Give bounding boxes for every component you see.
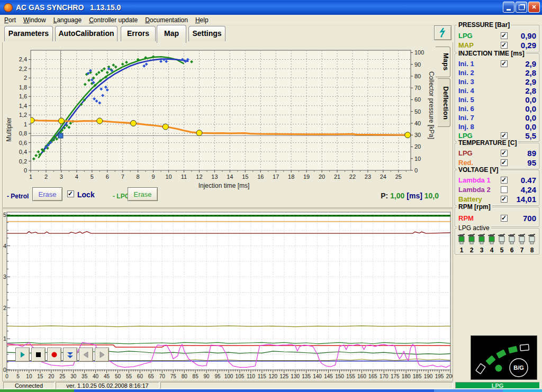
side-tab-maps[interactable]: Maps xyxy=(436,47,450,77)
p-time-value: 1,00 xyxy=(390,192,404,200)
menu-item-controller-update[interactable]: Controller update xyxy=(86,16,141,24)
firmware-version: ver. 1.10.25 05.02.2008 8:16:17 xyxy=(56,382,159,389)
record-button[interactable] xyxy=(47,348,61,362)
svg-text:165: 165 xyxy=(368,373,377,379)
svg-text:24: 24 xyxy=(380,174,386,180)
row-checkbox[interactable] xyxy=(501,150,508,157)
tab-map[interactable]: Map xyxy=(157,25,186,43)
svg-text:180: 180 xyxy=(402,373,411,379)
gas-level-logo-icon: B/G xyxy=(471,336,537,379)
voltage-group-title: VOLTAGE [V] xyxy=(457,166,500,174)
row-label: Lambda 1 xyxy=(458,176,491,184)
svg-text:140: 140 xyxy=(313,373,322,379)
svg-text:155: 155 xyxy=(346,373,355,379)
svg-text:170: 170 xyxy=(380,373,389,379)
voltage-group: VOLTAGE [V] Lambda 10.47Lambda 24,24Batt… xyxy=(455,170,539,206)
svg-text:5: 5 xyxy=(91,174,94,180)
calibration-map-chart[interactable]: 1234567891011121314151617181920212223242… xyxy=(3,42,453,207)
tab-parameters[interactable]: Parameters xyxy=(4,26,53,41)
svg-text:120: 120 xyxy=(268,373,277,379)
tab-settings[interactable]: Settings xyxy=(188,26,225,41)
svg-text:1: 1 xyxy=(3,335,6,342)
svg-text:19: 19 xyxy=(303,174,310,180)
row-checkbox[interactable] xyxy=(501,42,508,49)
lpg-erase-button[interactable]: Erase xyxy=(128,187,158,201)
marker-icon xyxy=(66,350,75,359)
svg-text:21: 21 xyxy=(334,174,340,180)
row-value: 2,8 xyxy=(525,86,536,95)
close-button[interactable]: ✕ xyxy=(528,2,540,13)
row-value: 0,0 xyxy=(525,104,536,113)
row-checkbox[interactable] xyxy=(501,32,508,39)
minimize-icon xyxy=(507,9,511,11)
svg-text:10: 10 xyxy=(26,373,32,379)
step-forward-button[interactable] xyxy=(95,348,109,362)
injection-group-title: INJECTION TIME [ms] xyxy=(457,50,526,57)
injector-icon xyxy=(477,234,486,245)
row-checkbox[interactable] xyxy=(501,132,508,139)
row-checkbox[interactable] xyxy=(501,215,508,222)
row-label: Inj. 8 xyxy=(458,123,474,131)
stop-button[interactable] xyxy=(31,348,46,362)
window-title: AC GAS SYNCHRO 1.13.15.0 xyxy=(16,3,121,12)
step-forward-icon xyxy=(97,350,106,359)
row-label: LPG xyxy=(458,149,473,157)
svg-text:2: 2 xyxy=(44,174,48,180)
row-value: 0.47 xyxy=(521,176,536,185)
status-bar: Connected ver. 1.10.25 05.02.2008 8:16:1… xyxy=(0,382,542,389)
injector-number: 3 xyxy=(477,247,486,254)
value-row-ini-5: Ini. 50,0 xyxy=(455,96,539,105)
restore-button[interactable] xyxy=(516,2,527,13)
svg-text:100: 100 xyxy=(224,373,233,379)
row-checkbox[interactable] xyxy=(501,196,508,203)
svg-text:55: 55 xyxy=(126,373,132,379)
injector-icon xyxy=(508,234,516,245)
tab-autocalibration[interactable]: AutoCalibration xyxy=(55,26,118,41)
svg-text:50: 50 xyxy=(115,373,121,379)
step-back-button[interactable] xyxy=(79,348,93,362)
connection-bolt-button[interactable] xyxy=(434,25,451,40)
svg-text:20: 20 xyxy=(414,143,421,150)
injector-number: 8 xyxy=(528,247,536,254)
temperature-group-title: TEMPERATURE [C] xyxy=(457,139,518,147)
svg-text:45: 45 xyxy=(104,373,110,379)
oscilloscope-panel: 0510152025303540455055606570758085909510… xyxy=(2,208,453,381)
row-value: 4,24 xyxy=(521,185,536,194)
svg-text:40: 40 xyxy=(414,120,421,126)
bg-logo-text: B/G xyxy=(513,364,524,371)
svg-text:4: 4 xyxy=(75,174,78,180)
petrol-erase-button[interactable]: Erase xyxy=(32,187,62,201)
side-tab-deflection[interactable]: Deflection xyxy=(438,78,450,127)
svg-text:60: 60 xyxy=(414,96,421,103)
play-button[interactable] xyxy=(15,348,30,362)
menu-item-language[interactable]: Language xyxy=(50,16,85,24)
menu-item-port[interactable]: Port xyxy=(1,16,19,24)
lock-label: Lock xyxy=(77,190,95,199)
tab-errors[interactable]: Errors xyxy=(121,26,156,41)
svg-text:20: 20 xyxy=(48,373,55,379)
menu-item-window[interactable]: Window xyxy=(20,16,49,24)
svg-text:0,6: 0,6 xyxy=(19,140,27,146)
app-icon xyxy=(4,3,13,12)
injector-number: 2 xyxy=(467,247,476,254)
marker-button[interactable] xyxy=(63,348,77,362)
row-checkbox[interactable] xyxy=(501,159,508,166)
minimize-button[interactable] xyxy=(503,2,514,13)
value-row-lpg: LPG0,90 xyxy=(455,32,539,41)
row-checkbox[interactable] xyxy=(501,177,508,184)
cursor-readout: P: 1,00 [ms] 10,0 xyxy=(381,192,439,200)
row-checkbox[interactable] xyxy=(501,60,508,67)
record-icon xyxy=(50,350,59,359)
row-label: LPG xyxy=(458,132,473,140)
svg-text:25: 25 xyxy=(59,373,66,379)
row-checkbox[interactable] xyxy=(501,186,508,193)
taskbar-window-edge xyxy=(434,389,503,392)
svg-text:60: 60 xyxy=(137,373,143,379)
menu-item-help[interactable]: Help xyxy=(192,16,212,24)
svg-text:0,4: 0,4 xyxy=(19,149,27,155)
close-icon: ✕ xyxy=(531,4,536,10)
menu-item-documentation[interactable]: Documentation xyxy=(142,16,191,24)
lock-checkbox[interactable] xyxy=(67,190,74,197)
svg-text:0: 0 xyxy=(5,373,8,379)
svg-text:195: 195 xyxy=(435,373,444,379)
